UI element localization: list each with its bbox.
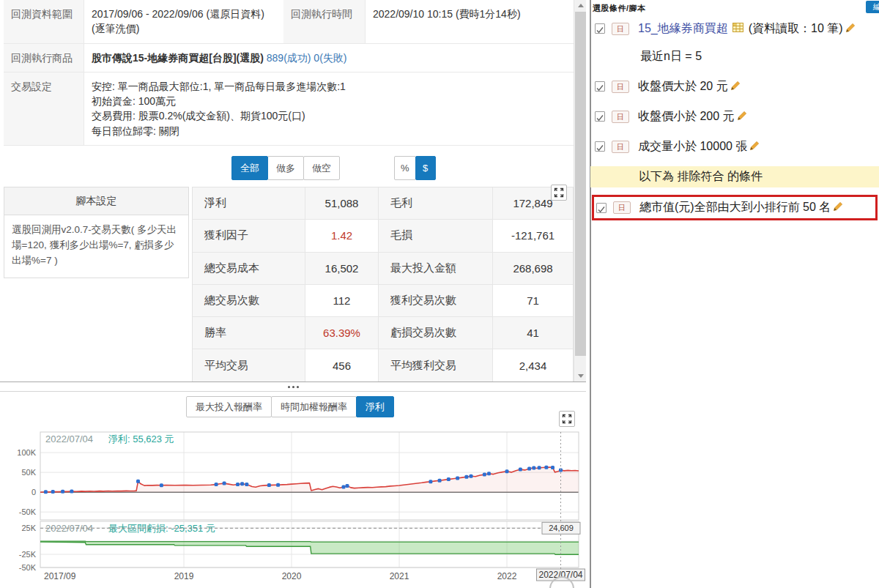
stock-filter-title: 選股條件/腳本 bbox=[593, 4, 646, 12]
condition-checkbox[interactable] bbox=[595, 23, 605, 34]
run-time-value: 2022/09/10 10:15 (費時1分14秒) bbox=[366, 0, 574, 44]
position-filter-group: 全部做多做空 bbox=[232, 156, 340, 180]
edit-pencil-icon[interactable] bbox=[749, 140, 760, 154]
range-label: 回測資料範圍 bbox=[4, 0, 84, 44]
chart-metric-tabs: 最大投入報酬率時間加權報酬率淨利 bbox=[187, 396, 394, 417]
checkmark-icon bbox=[596, 113, 604, 122]
edit-pencil-icon[interactable] bbox=[833, 201, 844, 215]
stat-value: 112 bbox=[305, 285, 379, 316]
splitter-grip-icon bbox=[288, 386, 290, 388]
checkmark-icon bbox=[596, 83, 604, 92]
condition-checkbox[interactable] bbox=[595, 81, 605, 92]
stat-value: -121,761 bbox=[493, 220, 573, 251]
expand-arrows-icon bbox=[554, 187, 564, 198]
svg-text:2022/07/04: 2022/07/04 bbox=[45, 433, 93, 444]
svg-text:2020: 2020 bbox=[282, 571, 302, 581]
condition-text: 收盤價大於 20 元 bbox=[638, 79, 728, 94]
product-success-fail-link[interactable]: 889(成功) 0(失敗) bbox=[267, 52, 347, 64]
day-frequency-badge[interactable]: 日 bbox=[612, 141, 629, 153]
checkmark-icon bbox=[596, 144, 604, 152]
results-stats-table: 淨利51,088毛利172,849獲利因子1.42毛損-121,761總交易成本… bbox=[192, 187, 574, 382]
chart-tab-時間加權報酬率[interactable]: 時間加權報酬率 bbox=[271, 396, 357, 417]
stat-value: 63.39% bbox=[305, 317, 379, 349]
position-filter-做多[interactable]: 做多 bbox=[267, 156, 304, 180]
condition-row: 最近n日 = 5 bbox=[595, 46, 879, 67]
stock-filter-header: 選股條件/腳本 編輯 bbox=[593, 1, 879, 13]
svg-text:50K: 50K bbox=[21, 468, 36, 477]
stat-label: 獲利交易次數 bbox=[379, 285, 493, 316]
stat-label: 獲利因子 bbox=[193, 220, 305, 251]
day-frequency-badge[interactable]: 日 bbox=[612, 81, 629, 93]
backtest-info-table: 回測資料範圍 2017/09/06 - 2022/09/06 (還原日資料) (… bbox=[4, 0, 574, 146]
stat-label: 總交易次數 bbox=[193, 285, 305, 316]
run-time-label: 回測執行時間 bbox=[283, 0, 366, 44]
position-filter-全部[interactable]: 全部 bbox=[231, 156, 268, 180]
condition-row: 日收盤價小於 200 元 bbox=[595, 106, 879, 127]
condition-checkbox[interactable] bbox=[595, 141, 605, 152]
condition-checkbox[interactable] bbox=[595, 111, 605, 122]
backtest-app-window: 回測資料範圍 2017/09/06 - 2022/09/06 (還原日資料) (… bbox=[0, 0, 879, 588]
chart-fullscreen-button[interactable] bbox=[559, 411, 575, 427]
summary-scrollbar bbox=[574, 0, 586, 382]
performance-chart-section: 最大投入報酬率時間加權報酬率淨利 100K50K0-50K2022/07/04淨… bbox=[0, 392, 586, 588]
scrollbar-up-arrow[interactable] bbox=[574, 0, 587, 11]
range-value: 2017/09/06 - 2022/09/06 (還原日資料) (逐筆洗價) bbox=[84, 0, 283, 44]
chart-tab-淨利[interactable]: 淨利 bbox=[356, 396, 394, 417]
scrollbar-thumb[interactable] bbox=[575, 12, 586, 356]
svg-text:100K: 100K bbox=[17, 448, 36, 457]
stat-label: 毛利 bbox=[379, 187, 493, 219]
unit-filter-dollar[interactable]: $ bbox=[415, 156, 436, 180]
condition-script-link[interactable]: 15_地緣券商買超 bbox=[638, 21, 728, 37]
edit-pencil-icon[interactable] bbox=[737, 110, 748, 124]
table-fullscreen-button[interactable] bbox=[551, 185, 567, 201]
condition-checkbox[interactable] bbox=[596, 203, 607, 213]
svg-text:2017/09: 2017/09 bbox=[44, 571, 76, 581]
condition-row: 日成交量小於 10000 張 bbox=[595, 136, 879, 157]
trade-setting-line: 每日部位歸零: 關閉 bbox=[92, 124, 566, 138]
edit-pencil-icon[interactable] bbox=[845, 22, 856, 36]
stats-row: 平均交易456平均獲利交易2,434 bbox=[193, 349, 573, 382]
stat-label: 勝率 bbox=[193, 317, 305, 349]
position-filter-做空[interactable]: 做空 bbox=[303, 156, 340, 180]
stat-value: 2,434 bbox=[493, 349, 573, 381]
filter-controls-row: 全部做多做空 %$ bbox=[0, 156, 574, 181]
condition-row: 日收盤價大於 20 元 bbox=[595, 76, 879, 97]
unit-filter-percent[interactable]: % bbox=[394, 156, 416, 180]
svg-text:2021: 2021 bbox=[390, 571, 409, 581]
condition-text: 總市值(元)全部由大到小排行前 50 名 bbox=[639, 200, 831, 215]
edit-conditions-button[interactable]: 編輯 bbox=[866, 1, 879, 13]
svg-text:24,609: 24,609 bbox=[549, 524, 574, 532]
day-frequency-badge[interactable]: 日 bbox=[613, 201, 631, 214]
condition-text: 收盤價小於 200 元 bbox=[638, 109, 735, 124]
stat-value: 71 bbox=[493, 285, 573, 316]
product-name: 股市傳說15-地緣券商買超[台股](選股) bbox=[92, 52, 264, 64]
backtest-left-pane: 回測資料範圍 2017/09/06 - 2022/09/06 (還原日資料) (… bbox=[0, 0, 586, 588]
stat-value: 51,088 bbox=[305, 187, 379, 219]
stat-label: 平均交易 bbox=[193, 349, 305, 381]
stat-value: 16,502 bbox=[305, 253, 379, 284]
checkmark-icon bbox=[597, 205, 606, 214]
stat-value: 456 bbox=[305, 349, 379, 381]
conditions-list: 日15_地緣券商買超(資料讀取：10 筆)最近n日 = 5日收盤價大於 20 元… bbox=[593, 13, 879, 220]
stats-row: 勝率63.39%虧損交易次數41 bbox=[193, 317, 573, 349]
svg-text:2019: 2019 bbox=[174, 571, 194, 581]
chart-tab-最大投入報酬率[interactable]: 最大投入報酬率 bbox=[186, 396, 272, 417]
svg-text:25K: 25K bbox=[21, 524, 36, 532]
stat-value: 41 bbox=[493, 317, 573, 349]
svg-text:-50K: -50K bbox=[19, 563, 37, 572]
stats-row: 淨利51,088毛利172,849 bbox=[193, 187, 573, 220]
condition-text: 最近n日 = 5 bbox=[640, 49, 702, 64]
horizontal-splitter[interactable] bbox=[0, 382, 586, 392]
data-table-icon bbox=[732, 22, 743, 35]
day-frequency-badge[interactable]: 日 bbox=[612, 111, 629, 123]
unit-filter-group: %$ bbox=[395, 156, 436, 180]
day-frequency-badge[interactable]: 日 bbox=[612, 23, 629, 35]
trade-setting-line: 初始資金: 100萬元 bbox=[92, 94, 566, 108]
trade-settings-value: 安控: 單一商品最大部位:1, 單一商品每日最多進場次數:1初始資金: 100萬… bbox=[84, 72, 574, 146]
edit-pencil-icon[interactable] bbox=[730, 80, 741, 94]
checkmark-icon bbox=[596, 26, 604, 34]
stat-value: 268,698 bbox=[493, 253, 573, 284]
scrollbar-down-arrow[interactable] bbox=[574, 371, 587, 382]
equity-drawdown-chart[interactable]: 100K50K0-50K2022/07/04淨利: 55,623 元25K-25… bbox=[0, 428, 586, 588]
script-settings-header: 腳本設定 bbox=[4, 187, 188, 215]
